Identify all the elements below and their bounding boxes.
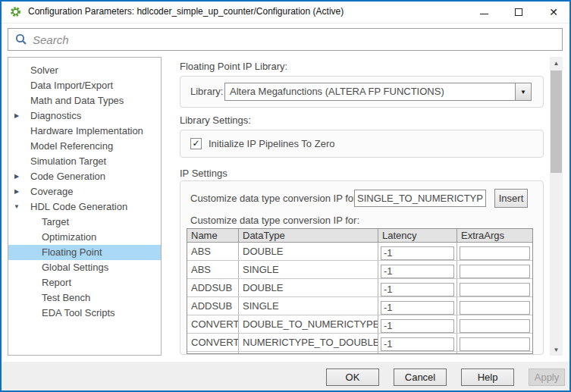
expand-icon[interactable]: ▶ bbox=[11, 169, 22, 184]
extraargs-cell bbox=[457, 352, 532, 354]
tree-item-solver[interactable]: Solver bbox=[8, 63, 161, 78]
floating-point-ip-library-group: Library: Altera Megafunctions (ALTERA FP… bbox=[180, 76, 544, 108]
table-row[interactable]: ADDSUBDOUBLE bbox=[187, 279, 532, 297]
tree-item-report[interactable]: Report bbox=[8, 275, 161, 290]
latency-input[interactable] bbox=[381, 265, 454, 278]
table-row[interactable]: CONVERTDOUBLE_TO_NUMERICTYPE bbox=[187, 315, 532, 334]
table-row[interactable]: ABSSINGLE bbox=[187, 261, 532, 279]
latency-input[interactable] bbox=[381, 246, 454, 260]
latency-cell bbox=[378, 334, 457, 351]
extraargs-input[interactable] bbox=[460, 265, 530, 278]
tree-item-simulation-target[interactable]: Simulation Target bbox=[8, 154, 161, 169]
maximize-button[interactable] bbox=[501, 0, 536, 24]
tree-item-label: Optimization bbox=[8, 230, 161, 245]
extraargs-cell bbox=[457, 243, 532, 260]
column-header-latency: Latency bbox=[378, 229, 457, 242]
scroll-down-button[interactable]: ▼ bbox=[550, 343, 563, 356]
tree-item-math-and-data-types[interactable]: Math and Data Types bbox=[8, 93, 161, 108]
tree-item-eda-tool-scripts[interactable]: EDA Tool Scripts bbox=[8, 306, 161, 321]
tree-item-coverage[interactable]: ▶Coverage bbox=[8, 184, 161, 199]
tree-item-label: Test Bench bbox=[8, 290, 161, 306]
simulink-config-gear-icon bbox=[10, 6, 21, 17]
column-header-datatype: DataType bbox=[239, 229, 378, 242]
help-button[interactable]: Help bbox=[461, 368, 514, 386]
tree-item-label: Global Settings bbox=[8, 260, 161, 275]
vertical-scrollbar[interactable]: ▲ ▼ bbox=[550, 57, 563, 356]
tree-item-hardware-implementation[interactable]: Hardware Implementation bbox=[8, 124, 161, 139]
ip-table-body: ABSDOUBLEABSSINGLEADDSUBDOUBLEADDSUBSING… bbox=[187, 243, 532, 354]
name-cell: CONVERT bbox=[187, 334, 239, 351]
tree-item-data-import-export[interactable]: Data Import/Export bbox=[8, 78, 161, 93]
ok-button[interactable]: OK bbox=[326, 368, 379, 386]
configuration-parameters-dialog: Configuration Parameters: hdlcoder_simpl… bbox=[0, 0, 571, 392]
ip-table-header: NameDataTypeLatencyExtraArgs bbox=[187, 229, 532, 243]
cancel-button[interactable]: Cancel bbox=[394, 368, 447, 386]
tree-item-model-referencing[interactable]: Model Referencing bbox=[8, 139, 161, 154]
table-row[interactable]: CONVERTNUMERICTYPE_TO_DOUBLE bbox=[187, 334, 532, 352]
latency-input[interactable] bbox=[381, 337, 454, 351]
extraargs-cell bbox=[457, 315, 532, 333]
table-row[interactable]: ADDSUBSINGLE bbox=[187, 297, 532, 315]
latency-input[interactable] bbox=[381, 301, 454, 315]
latency-cell bbox=[378, 352, 457, 354]
dropdown-arrow-button[interactable]: ▼ bbox=[515, 83, 531, 100]
search-input[interactable] bbox=[27, 30, 562, 49]
tree-item-label: Hardware Implementation bbox=[8, 124, 161, 139]
extraargs-input[interactable] bbox=[460, 283, 530, 296]
scroll-up-icon: ▲ bbox=[554, 60, 560, 67]
scroll-up-button[interactable]: ▲ bbox=[550, 57, 563, 69]
datatype-cell bbox=[239, 352, 378, 354]
latency-input[interactable] bbox=[381, 319, 454, 333]
column-header-extraargs: ExtraArgs bbox=[457, 229, 532, 242]
tree-item-label: Simulation Target bbox=[8, 154, 161, 169]
extraargs-cell bbox=[457, 297, 532, 315]
expand-icon[interactable]: ▶ bbox=[11, 184, 22, 199]
tree-item-diagnostics[interactable]: ▶Diagnostics bbox=[8, 108, 161, 124]
library-dropdown-value: Altera Megafunctions (ALTERA FP FUNCTION… bbox=[225, 83, 531, 100]
table-row[interactable] bbox=[187, 352, 532, 354]
expand-icon[interactable]: ▶ bbox=[11, 108, 22, 124]
chevron-down-icon: ▼ bbox=[520, 89, 526, 96]
search-box bbox=[8, 28, 563, 51]
datatype-cell: DOUBLE_TO_NUMERICTYPE bbox=[239, 315, 378, 333]
name-cell: ADDSUB bbox=[187, 297, 239, 315]
extraargs-input[interactable] bbox=[460, 337, 530, 351]
extraargs-input[interactable] bbox=[460, 301, 530, 315]
initialize-ip-pipelines-row[interactable]: ✓ Initialize IP Pipelines To Zero bbox=[180, 130, 543, 157]
tree-item-target[interactable]: Target bbox=[8, 215, 161, 230]
tree-item-code-generation[interactable]: ▶Code Generation bbox=[8, 169, 161, 184]
initialize-ip-pipelines-checkbox[interactable]: ✓ bbox=[190, 138, 202, 149]
extraargs-cell bbox=[457, 279, 532, 296]
table-row[interactable]: ABSDOUBLE bbox=[187, 243, 532, 261]
customize-ip-input[interactable] bbox=[354, 190, 486, 207]
tree-item-label: Solver bbox=[8, 63, 161, 78]
extraargs-input[interactable] bbox=[460, 246, 530, 260]
extraargs-input[interactable] bbox=[460, 319, 530, 333]
library-dropdown[interactable]: Altera Megafunctions (ALTERA FP FUNCTION… bbox=[224, 83, 532, 101]
datatype-cell: DOUBLE bbox=[239, 279, 378, 296]
tree-item-floating-point[interactable]: Floating Point bbox=[8, 245, 161, 260]
insert-button[interactable]: Insert bbox=[494, 189, 528, 208]
config-tree: SolverData Import/ExportMath and Data Ty… bbox=[8, 57, 162, 356]
tree-item-global-settings[interactable]: Global Settings bbox=[8, 260, 161, 275]
maximize-icon bbox=[515, 8, 522, 16]
latency-input[interactable] bbox=[381, 283, 454, 296]
initialize-ip-pipelines-label: Initialize IP Pipelines To Zero bbox=[209, 130, 334, 157]
scroll-down-icon: ▼ bbox=[554, 347, 560, 353]
tree-item-label: Target bbox=[8, 215, 161, 230]
minimize-icon bbox=[480, 14, 488, 14]
extraargs-cell bbox=[457, 261, 532, 278]
collapse-icon[interactable]: ▼ bbox=[11, 199, 22, 215]
conversion-ip-table: NameDataTypeLatencyExtraArgs ABSDOUBLEAB… bbox=[187, 228, 533, 354]
apply-button[interactable]: Apply bbox=[529, 368, 565, 386]
scrollbar-thumb[interactable] bbox=[551, 71, 562, 173]
footer-buttons: OKCancelHelpApply bbox=[0, 362, 571, 392]
tree-item-label: Model Referencing bbox=[8, 139, 161, 154]
tree-item-label: Math and Data Types bbox=[8, 93, 161, 108]
close-button[interactable]: ✕ bbox=[536, 0, 571, 24]
ip-settings-heading: IP Settings bbox=[180, 168, 227, 179]
tree-item-optimization[interactable]: Optimization bbox=[8, 230, 161, 245]
tree-item-test-bench[interactable]: Test Bench bbox=[8, 290, 161, 306]
tree-item-hdl-code-generation[interactable]: ▼HDL Code Generation bbox=[8, 199, 161, 215]
minimize-button[interactable] bbox=[466, 0, 501, 24]
